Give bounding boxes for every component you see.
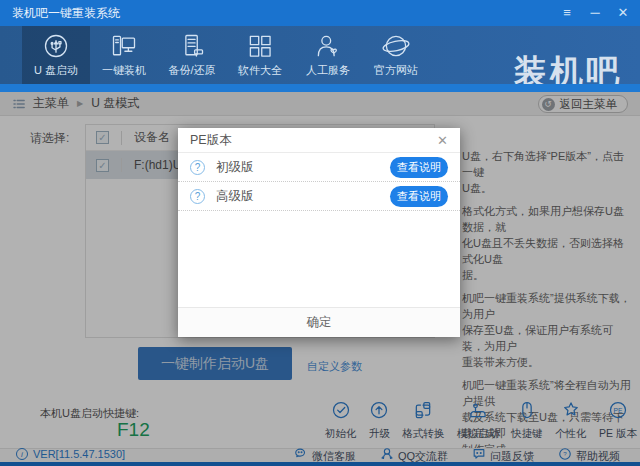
window-controls: ≡ ─ ✕ [556, 0, 634, 26]
nav-item-manual-service[interactable]: 人工服务 [294, 26, 362, 84]
nav-item-label: 软件大全 [238, 63, 282, 78]
nav-item-one-key-install[interactable]: 一键装机 [90, 26, 158, 84]
software-grid-icon [246, 32, 274, 60]
window-title: 装机吧一键重装系统 [0, 5, 120, 22]
question-circle-icon[interactable]: ? [190, 160, 205, 175]
pe-version-dialog: PE版本 ✕ ? 初级版 查看说明 ? 高级版 查看说明 确定 [178, 128, 460, 337]
dialog-close-icon[interactable]: ✕ [437, 133, 448, 148]
nav-item-label: 一键装机 [102, 63, 146, 78]
titlebar: 装机吧一键重装系统 ≡ ─ ✕ [0, 0, 640, 26]
close-icon[interactable]: ✕ [612, 2, 634, 24]
question-circle-icon[interactable]: ? [190, 189, 205, 204]
view-description-button[interactable]: 查看说明 [390, 186, 448, 207]
dialog-title-row: PE版本 ✕ [178, 128, 460, 153]
pe-advanced-row: ? 高级版 查看说明 [178, 182, 460, 211]
dialog-empty-space [178, 211, 460, 307]
main-nav: U 盘启动 一键装机 备份/还原 软件大全 人工服务 [0, 26, 640, 84]
ok-button[interactable]: 确定 [287, 314, 352, 331]
nav-item-label: 官方网站 [374, 63, 418, 78]
pe-basic-label: 初级版 [216, 159, 390, 176]
usb-icon [42, 32, 70, 60]
menu-icon[interactable]: ≡ [556, 2, 578, 24]
globe-icon [382, 32, 410, 60]
nav-item-usb-boot[interactable]: U 盘启动 [22, 26, 90, 84]
header-accent-strip [0, 84, 640, 92]
nav-item-label: U 盘启动 [34, 63, 78, 78]
view-description-button[interactable]: 查看说明 [390, 157, 448, 178]
nav-item-backup-restore[interactable]: 备份/还原 [158, 26, 226, 84]
nav-item-software-collection[interactable]: 软件大全 [226, 26, 294, 84]
nav-item-official-website[interactable]: 官方网站 [362, 26, 430, 84]
computer-icon [110, 32, 138, 60]
minimize-icon[interactable]: ─ [584, 2, 606, 24]
person-service-icon [314, 32, 342, 60]
pe-basic-row: ? 初级版 查看说明 [178, 153, 460, 182]
nav-item-label: 人工服务 [306, 63, 350, 78]
dialog-title: PE版本 [190, 132, 437, 149]
app-window: 装机吧一键重装系统 ≡ ─ ✕ U 盘启动 一键装机 备份/还原 [0, 0, 640, 466]
pe-advanced-label: 高级版 [216, 188, 390, 205]
nav-item-label: 备份/还原 [168, 63, 215, 78]
dialog-footer: 确定 [178, 307, 460, 337]
backup-icon [178, 32, 206, 60]
